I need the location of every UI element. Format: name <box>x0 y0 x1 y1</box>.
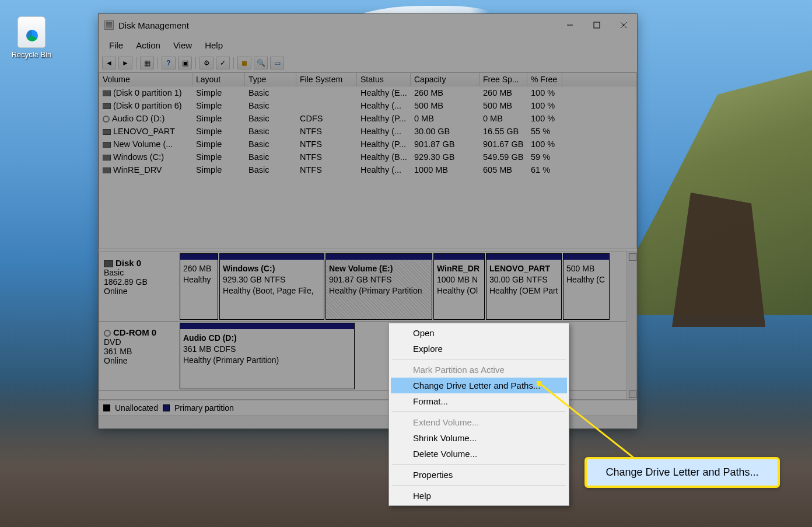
table-row[interactable]: New Volume (...SimpleBasicNTFSHealthy (P… <box>99 138 636 151</box>
help-button[interactable]: ? <box>162 57 176 69</box>
maximize-button[interactable] <box>583 14 610 36</box>
recycle-bin[interactable]: Recycle Bin <box>10 16 52 59</box>
cd-icon <box>104 330 111 337</box>
ctx-change-drive-letter[interactable]: Change Drive Letter and Paths... <box>391 378 567 393</box>
legend-primary-swatch <box>163 404 170 411</box>
disk-0-block: Disk 0 Basic 1862.89 GB Online 260 MBHea… <box>99 252 636 322</box>
disk-0-status: Online <box>104 287 174 296</box>
drive-icon <box>103 90 111 96</box>
th-pct[interactable]: % Free <box>527 73 562 86</box>
settings-button[interactable]: ⚙ <box>200 57 214 69</box>
ctx-extend: Extend Volume... <box>391 414 567 430</box>
cdrom-0-size: 361 MB <box>104 347 174 356</box>
partition[interactable]: New Volume (E:)901.87 GB NTFSHealthy (Pr… <box>326 253 432 320</box>
disk-0-size: 1862.89 GB <box>104 277 174 287</box>
th-layout[interactable]: Layout <box>192 73 245 86</box>
window-title: Disk Management <box>118 20 189 30</box>
drive-icon <box>103 103 111 109</box>
partition[interactable]: 500 MBHealthy (C <box>563 253 610 320</box>
drive-icon <box>103 155 111 160</box>
titlebar[interactable]: Disk Management <box>99 14 637 36</box>
partition[interactable]: LENOVO_PART30.00 GB NTFSHealthy (OEM Par… <box>486 253 562 320</box>
drive-icon <box>103 129 111 135</box>
drive-icon <box>103 142 111 148</box>
cdrom-0-type: DVD <box>104 337 174 347</box>
table-row[interactable]: (Disk 0 partition 6)SimpleBasicHealthy (… <box>99 99 636 112</box>
ctx-open[interactable]: Open <box>391 325 567 341</box>
legend-primary: Primary partition <box>174 403 234 413</box>
gfx-scrollbar[interactable] <box>626 252 636 399</box>
table-row[interactable]: (Disk 0 partition 1)SimpleBasicHealthy (… <box>99 86 636 99</box>
cd-icon <box>103 116 110 123</box>
recycle-bin-label: Recycle Bin <box>10 50 52 59</box>
menu-help[interactable]: Help <box>199 39 229 52</box>
forward-button[interactable]: ► <box>118 57 132 69</box>
th-status[interactable]: Status <box>357 73 411 86</box>
show-hide-button[interactable]: ▦ <box>140 57 154 69</box>
ctx-format[interactable]: Format... <box>391 393 567 409</box>
ctx-shrink[interactable]: Shrink Volume... <box>391 430 567 446</box>
table-row[interactable]: LENOVO_PARTSimpleBasicNTFSHealthy (...30… <box>99 125 636 138</box>
callout-text: Change Drive Letter and Paths... <box>606 466 758 479</box>
disk-0-type: Basic <box>104 268 174 277</box>
table-header-row: Volume Layout Type File System Status Ca… <box>99 73 636 86</box>
cdrom-0-status: Online <box>104 356 174 365</box>
ctx-mark-active: Mark Partition as Active <box>391 362 567 378</box>
ctx-properties[interactable]: Properties <box>391 467 567 483</box>
action-button[interactable]: ✓ <box>216 57 230 69</box>
app-icon <box>104 20 114 30</box>
icon-button-2[interactable]: 🔍 <box>254 57 268 69</box>
table-row[interactable]: Audio CD (D:)SimpleBasicCDFSHealthy (P..… <box>99 112 636 125</box>
ctx-help[interactable]: Help <box>391 488 567 504</box>
disk-icon <box>104 260 113 267</box>
menu-view[interactable]: View <box>167 39 198 52</box>
refresh-button[interactable]: ▣ <box>178 57 192 69</box>
legend-unallocated: Unallocated <box>115 403 158 413</box>
th-capacity[interactable]: Capacity <box>411 73 480 86</box>
cdrom-0-name: CD-ROM 0 <box>113 327 156 337</box>
drive-icon <box>103 167 111 173</box>
close-button[interactable] <box>610 14 637 36</box>
back-button[interactable]: ◄ <box>102 57 116 69</box>
ctx-delete[interactable]: Delete Volume... <box>391 446 567 462</box>
toolbar: ◄ ► ▦ ? ▣ ⚙ ✓ ◼ 🔍 ▭ <box>99 54 637 72</box>
partition-context-menu: Open Explore Mark Partition as Active Ch… <box>388 323 569 506</box>
partition[interactable]: 260 MBHealthy <box>180 253 218 320</box>
callout-change-drive-letter: Change Drive Letter and Paths... <box>584 457 780 488</box>
th-volume[interactable]: Volume <box>99 73 192 86</box>
th-free[interactable]: Free Sp... <box>480 73 527 86</box>
menu-file[interactable]: File <box>103 39 129 52</box>
partition[interactable]: Windows (C:)929.30 GB NTFSHealthy (Boot,… <box>219 253 324 320</box>
partition[interactable]: Audio CD (D:)361 MB CDFSHealthy (Primary… <box>180 323 355 389</box>
minimize-button[interactable] <box>556 14 583 36</box>
th-fs[interactable]: File System <box>296 73 357 86</box>
table-row[interactable]: WinRE_DRVSimpleBasicNTFSHealthy (...1000… <box>99 163 636 176</box>
icon-button-3[interactable]: ▭ <box>270 57 284 69</box>
icon-button-1[interactable]: ◼ <box>237 57 251 69</box>
legend-unallocated-swatch <box>103 404 110 411</box>
volume-table: Volume Layout Type File System Status Ca… <box>99 72 637 249</box>
partition[interactable]: WinRE_DR1000 MB NHealthy (Ol <box>433 253 485 320</box>
disk-0-name: Disk 0 <box>116 258 141 268</box>
ctx-explore[interactable]: Explore <box>391 341 567 357</box>
table-row[interactable]: Windows (C:)SimpleBasicNTFSHealthy (B...… <box>99 151 636 163</box>
svg-rect-1 <box>594 22 600 28</box>
recycle-bin-icon <box>18 16 46 48</box>
th-type[interactable]: Type <box>245 73 296 86</box>
menubar: File Action View Help <box>99 36 637 54</box>
menu-action[interactable]: Action <box>130 39 166 52</box>
